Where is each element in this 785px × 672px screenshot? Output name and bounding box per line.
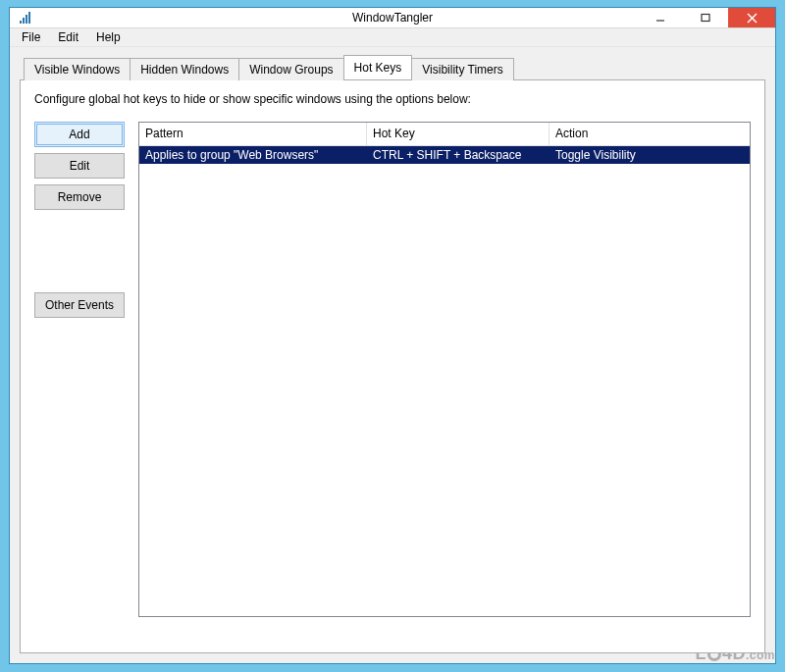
spacer [34,216,125,286]
remove-button[interactable]: Remove [34,184,125,210]
tab-hot-keys[interactable]: Hot Keys [343,55,413,79]
titlebar[interactable]: WindowTangler [10,8,775,28]
listview-header: Pattern Hot Key Action [139,123,750,146]
column-hotkey[interactable]: Hot Key [367,123,550,145]
maximize-button[interactable] [683,8,728,27]
menu-help[interactable]: Help [88,28,129,46]
menu-file[interactable]: File [14,28,48,46]
tabstrip: Visible Windows Hidden Windows Window Gr… [24,55,765,79]
tabpanel-hot-keys: Configure global hot keys to hide or sho… [20,79,765,653]
cell-hotkey: CTRL + SHIFT + Backspace [367,147,550,163]
svg-rect-1 [23,18,25,24]
tab-hidden-windows[interactable]: Hidden Windows [130,58,239,80]
content-row: Add Edit Remove Other Events Pattern Hot… [34,122,751,617]
svg-rect-5 [702,15,709,22]
column-pattern[interactable]: Pattern [139,123,367,145]
instruction-text: Configure global hot keys to hide or sho… [34,92,751,106]
menubar: File Edit Help [10,28,775,47]
column-action[interactable]: Action [550,123,750,145]
hotkeys-listview[interactable]: Pattern Hot Key Action Applies to group … [138,122,751,617]
client-area: Visible Windows Hidden Windows Window Gr… [10,47,775,663]
close-button[interactable] [728,8,775,27]
window-controls [638,8,775,27]
tab-visibility-timers[interactable]: Visibility Timers [411,58,513,80]
app-icon [18,10,33,26]
svg-rect-0 [20,21,22,24]
tab-visible-windows[interactable]: Visible Windows [24,58,131,80]
cell-pattern: Applies to group "Web Browsers" [139,147,367,163]
svg-rect-2 [26,15,27,24]
svg-rect-3 [28,12,30,24]
edit-button[interactable]: Edit [34,153,125,179]
tab-window-groups[interactable]: Window Groups [238,58,343,80]
other-events-button[interactable]: Other Events [34,292,125,318]
listview-body[interactable]: Applies to group "Web Browsers" CTRL + S… [139,146,750,616]
table-row[interactable]: Applies to group "Web Browsers" CTRL + S… [139,146,750,164]
button-column: Add Edit Remove Other Events [34,122,125,617]
minimize-icon [655,13,665,23]
add-button[interactable]: Add [34,122,125,147]
minimize-button[interactable] [638,8,683,27]
menu-edit[interactable]: Edit [50,28,86,46]
cell-action: Toggle Visibility [550,147,750,163]
close-icon [747,13,758,24]
app-window: WindowTangler File Edit Help Visible Win… [9,7,776,664]
maximize-icon [701,13,710,23]
